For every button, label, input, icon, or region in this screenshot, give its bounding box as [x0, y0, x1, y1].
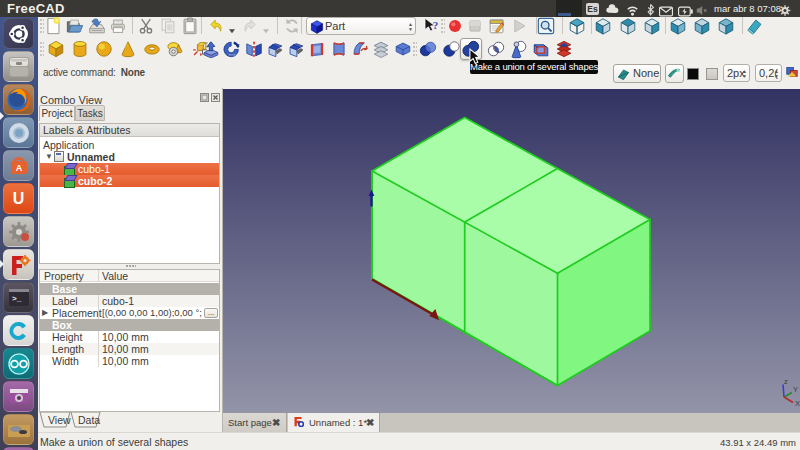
svg-text:z: z	[784, 377, 788, 386]
svg-text:Data: Data	[78, 414, 100, 426]
svg-text:?: ?	[433, 19, 439, 31]
svg-text:X: X	[795, 399, 800, 408]
svg-text:A: A	[15, 163, 22, 173]
svg-text:Y: Y	[793, 385, 798, 394]
svg-text:View: View	[48, 414, 71, 426]
svg-text:>_: >_	[12, 294, 22, 303]
